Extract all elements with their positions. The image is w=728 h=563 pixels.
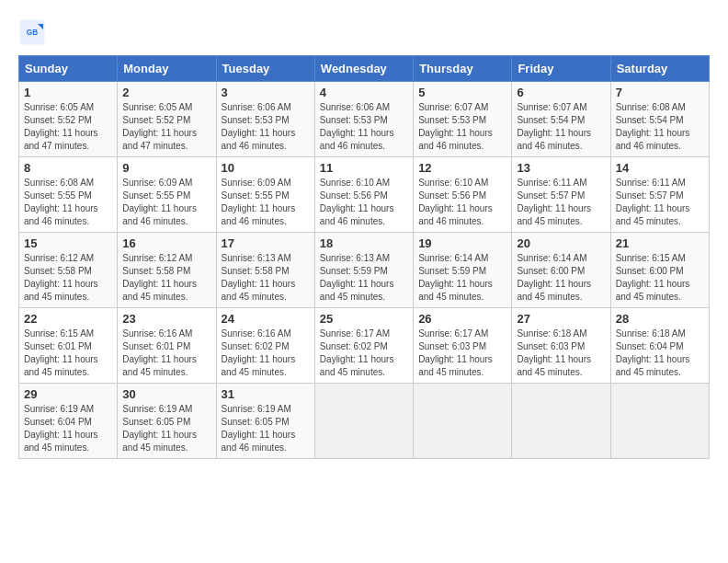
day-info: Sunrise: 6:19 AMSunset: 6:05 PMDaylight:… [222,403,310,454]
day-number: 17 [222,236,310,250]
calendar-cell: 11Sunrise: 6:10 AMSunset: 5:56 PMDayligh… [314,157,413,233]
svg-text:GB: GB [27,29,38,37]
calendar-week-row: 22Sunrise: 6:15 AMSunset: 6:01 PMDayligh… [19,308,710,384]
calendar-cell: 10Sunrise: 6:09 AMSunset: 5:55 PMDayligh… [216,157,314,233]
day-number: 19 [418,236,506,250]
logo: GB [18,18,50,46]
calendar-cell: 16Sunrise: 6:12 AMSunset: 5:58 PMDayligh… [118,233,216,308]
calendar-cell: 7Sunrise: 6:08 AMSunset: 5:54 PMDaylight… [610,82,709,157]
day-info: Sunrise: 6:18 AMSunset: 6:03 PMDaylight:… [517,327,605,379]
day-info: Sunrise: 6:15 AMSunset: 6:00 PMDaylight:… [616,252,704,304]
calendar-cell: 23Sunrise: 6:16 AMSunset: 6:01 PMDayligh… [118,308,216,384]
day-info: Sunrise: 6:10 AMSunset: 5:56 PMDaylight:… [320,177,408,228]
calendar-cell: 29Sunrise: 6:19 AMSunset: 6:04 PMDayligh… [19,384,118,459]
calendar-cell: 5Sunrise: 6:07 AMSunset: 5:53 PMDaylight… [414,82,512,157]
day-number: 5 [418,86,506,99]
day-number: 13 [517,161,605,175]
day-number: 14 [616,161,704,175]
calendar-cell [512,384,610,459]
day-info: Sunrise: 6:19 AMSunset: 6:04 PMDaylight:… [24,403,112,454]
calendar-week-row: 15Sunrise: 6:12 AMSunset: 5:58 PMDayligh… [19,233,710,308]
day-number: 29 [24,387,112,401]
header-cell-monday: Monday [118,56,216,82]
calendar-cell: 17Sunrise: 6:13 AMSunset: 5:58 PMDayligh… [216,233,314,308]
day-info: Sunrise: 6:11 AMSunset: 5:57 PMDaylight:… [616,177,704,228]
calendar-cell: 20Sunrise: 6:14 AMSunset: 6:00 PMDayligh… [512,233,610,308]
calendar-cell: 21Sunrise: 6:15 AMSunset: 6:00 PMDayligh… [610,233,709,308]
day-number: 18 [320,236,408,250]
calendar-week-row: 1Sunrise: 6:05 AMSunset: 5:52 PMDaylight… [19,82,710,157]
day-number: 8 [24,161,112,175]
calendar-cell: 19Sunrise: 6:14 AMSunset: 5:59 PMDayligh… [414,233,512,308]
day-info: Sunrise: 6:16 AMSunset: 6:01 PMDaylight:… [122,327,210,379]
calendar-cell: 1Sunrise: 6:05 AMSunset: 5:52 PMDaylight… [19,82,118,157]
day-number: 1 [24,86,112,99]
calendar-week-row: 29Sunrise: 6:19 AMSunset: 6:04 PMDayligh… [19,384,710,459]
day-info: Sunrise: 6:05 AMSunset: 5:52 PMDaylight:… [122,101,210,153]
calendar-header-row: SundayMondayTuesdayWednesdayThursdayFrid… [19,56,710,82]
day-info: Sunrise: 6:12 AMSunset: 5:58 PMDaylight:… [24,252,112,304]
day-info: Sunrise: 6:13 AMSunset: 5:59 PMDaylight:… [320,252,408,304]
day-number: 15 [24,236,112,250]
day-number: 9 [122,161,210,175]
calendar-cell: 15Sunrise: 6:12 AMSunset: 5:58 PMDayligh… [19,233,118,308]
calendar-cell [610,384,709,459]
day-info: Sunrise: 6:09 AMSunset: 5:55 PMDaylight:… [122,177,210,228]
day-number: 27 [517,312,605,326]
day-info: Sunrise: 6:11 AMSunset: 5:57 PMDaylight:… [517,177,605,228]
calendar-cell: 22Sunrise: 6:15 AMSunset: 6:01 PMDayligh… [19,308,118,384]
day-number: 20 [517,236,605,250]
calendar-cell: 8Sunrise: 6:08 AMSunset: 5:55 PMDaylight… [19,157,118,233]
day-number: 7 [616,86,704,99]
calendar-table: SundayMondayTuesdayWednesdayThursdayFrid… [18,55,710,459]
logo-icon: GB [18,18,46,46]
calendar-cell: 26Sunrise: 6:17 AMSunset: 6:03 PMDayligh… [414,308,512,384]
day-number: 2 [122,86,210,99]
day-info: Sunrise: 6:05 AMSunset: 5:52 PMDaylight:… [24,101,112,153]
header-cell-saturday: Saturday [610,56,709,82]
calendar-cell: 25Sunrise: 6:17 AMSunset: 6:02 PMDayligh… [314,308,413,384]
day-number: 28 [616,312,704,326]
day-info: Sunrise: 6:07 AMSunset: 5:53 PMDaylight:… [418,101,506,153]
day-number: 16 [122,236,210,250]
day-number: 22 [24,312,112,326]
day-info: Sunrise: 6:19 AMSunset: 6:05 PMDaylight:… [122,403,210,454]
calendar-cell: 13Sunrise: 6:11 AMSunset: 5:57 PMDayligh… [512,157,610,233]
day-number: 21 [616,236,704,250]
calendar-cell: 24Sunrise: 6:16 AMSunset: 6:02 PMDayligh… [216,308,314,384]
header-cell-tuesday: Tuesday [216,56,314,82]
calendar-cell: 27Sunrise: 6:18 AMSunset: 6:03 PMDayligh… [512,308,610,384]
calendar-cell: 4Sunrise: 6:06 AMSunset: 5:53 PMDaylight… [314,82,413,157]
day-info: Sunrise: 6:08 AMSunset: 5:55 PMDaylight:… [24,177,112,228]
calendar-cell: 18Sunrise: 6:13 AMSunset: 5:59 PMDayligh… [314,233,413,308]
calendar-cell: 12Sunrise: 6:10 AMSunset: 5:56 PMDayligh… [414,157,512,233]
calendar-cell: 9Sunrise: 6:09 AMSunset: 5:55 PMDaylight… [118,157,216,233]
day-number: 4 [320,86,408,99]
day-info: Sunrise: 6:14 AMSunset: 5:59 PMDaylight:… [418,252,506,304]
day-number: 31 [222,387,310,401]
day-info: Sunrise: 6:08 AMSunset: 5:54 PMDaylight:… [616,101,704,153]
calendar-cell: 28Sunrise: 6:18 AMSunset: 6:04 PMDayligh… [610,308,709,384]
calendar-cell [314,384,413,459]
day-info: Sunrise: 6:17 AMSunset: 6:03 PMDaylight:… [418,327,506,379]
day-number: 26 [418,312,506,326]
header-cell-thursday: Thursday [414,56,512,82]
header-cell-sunday: Sunday [19,56,118,82]
day-info: Sunrise: 6:18 AMSunset: 6:04 PMDaylight:… [616,327,704,379]
day-number: 25 [320,312,408,326]
calendar-cell [414,384,512,459]
header-cell-wednesday: Wednesday [314,56,413,82]
day-number: 24 [222,312,310,326]
day-number: 23 [122,312,210,326]
calendar-cell: 2Sunrise: 6:05 AMSunset: 5:52 PMDaylight… [118,82,216,157]
day-info: Sunrise: 6:16 AMSunset: 6:02 PMDaylight:… [222,327,310,379]
calendar-cell: 31Sunrise: 6:19 AMSunset: 6:05 PMDayligh… [216,384,314,459]
calendar-cell: 3Sunrise: 6:06 AMSunset: 5:53 PMDaylight… [216,82,314,157]
day-info: Sunrise: 6:09 AMSunset: 5:55 PMDaylight:… [222,177,310,228]
day-info: Sunrise: 6:10 AMSunset: 5:56 PMDaylight:… [418,177,506,228]
day-number: 10 [222,161,310,175]
day-number: 11 [320,161,408,175]
day-info: Sunrise: 6:13 AMSunset: 5:58 PMDaylight:… [222,252,310,304]
day-info: Sunrise: 6:12 AMSunset: 5:58 PMDaylight:… [122,252,210,304]
day-info: Sunrise: 6:15 AMSunset: 6:01 PMDaylight:… [24,327,112,379]
